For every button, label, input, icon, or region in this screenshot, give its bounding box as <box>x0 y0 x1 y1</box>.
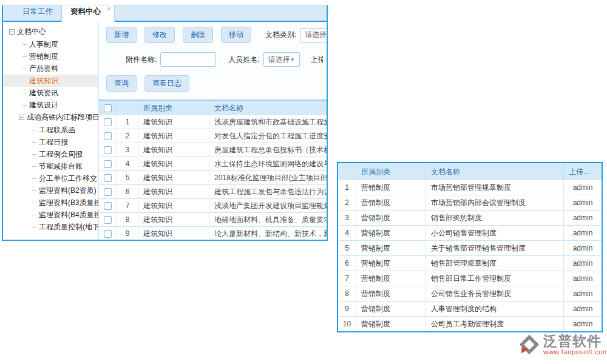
tree-item[interactable]: 分工单位工作移交 <box>3 172 98 184</box>
table-row[interactable]: 9 营销制度 人事管理制度的结构 admin <box>338 302 602 317</box>
tree-item[interactable]: 工程联系函 <box>3 124 98 136</box>
delete-button[interactable]: 删除 <box>183 27 213 43</box>
table-row[interactable]: 3 建筑知识 房屋建筑工程总承包投标书（技术标）... <box>99 143 327 157</box>
row-index: 4 <box>338 226 356 241</box>
category-column-header: 所属别类 <box>138 101 209 115</box>
tree-item-label: 分工单位工作移交 <box>39 174 97 183</box>
row-checkbox[interactable] <box>104 216 112 224</box>
table-row[interactable]: 3 营销制度 销售部奖惩制度 admin <box>338 211 602 226</box>
row-category: 营销制度 <box>356 226 426 241</box>
tree-item[interactable]: 节能减排台账 <box>3 160 98 172</box>
tree-root-document-center[interactable]: −文档中心 <box>3 25 98 38</box>
row-index: 2 <box>117 129 138 143</box>
row-doc-name: 地砖地面材料、机具准备、质量要求及... <box>209 213 327 227</box>
tree-item[interactable]: 工程例会周报 <box>3 148 98 160</box>
table-row[interactable]: 1 营销制度 市场营销部管理规章制度 admin <box>338 180 602 195</box>
row-category: 建筑知识 <box>138 143 209 157</box>
tree-group-project: 工程联系函 工程日报 工程例会周报 节能减排台账 <box>3 124 98 233</box>
row-index: 2 <box>338 195 356 211</box>
tree-item-label: 营销制度 <box>29 52 58 61</box>
edit-button[interactable]: 修改 <box>144 27 175 43</box>
select-all-checkbox[interactable] <box>104 104 112 112</box>
row-index: 6 <box>338 256 356 271</box>
doc-type-label: 文档类别: <box>265 30 296 40</box>
row-category: 营销制度 <box>356 271 426 286</box>
row-category: 建筑知识 <box>138 115 209 129</box>
table-row[interactable]: 1 建筑知识 浅谈房屋建筑和市政基础设施工程施工... <box>99 115 327 129</box>
row-uploader: admin <box>564 302 602 317</box>
table-row[interactable]: 4 建筑知识 水土保持生态环境监测网络的建设与资... <box>99 157 327 171</box>
add-button[interactable]: 新增 <box>106 27 137 43</box>
name-column-header: 文档名称 <box>209 101 327 115</box>
row-uploader: admin <box>564 271 602 286</box>
row-checkbox[interactable] <box>104 146 112 154</box>
tree-item[interactable]: 工程日报 <box>3 136 98 148</box>
table-row[interactable]: 6 建筑知识 建筑工程施工发包与承包违法行为认定... <box>99 185 327 199</box>
tree-connector <box>32 227 36 228</box>
tree-item[interactable]: 产品资料 <box>3 62 98 75</box>
tree-item[interactable]: 人事制度 <box>3 38 98 50</box>
row-checkbox[interactable] <box>104 230 112 238</box>
table-row[interactable]: 6 营销制度 销售部管理规章制度 admin <box>338 256 602 271</box>
row-checkbox[interactable] <box>104 188 112 196</box>
chevron-down-icon: ▼ <box>290 57 295 62</box>
row-category: 营销制度 <box>356 256 426 271</box>
tree-group-document-center: 人事制度 营销制度 产品资料 建筑知识 <box>3 38 98 111</box>
move-button[interactable]: 移动 <box>221 27 251 43</box>
row-category: 营销制度 <box>356 180 426 195</box>
table-row[interactable]: 5 建筑知识 2018标准化监理项目部(业主项目部)人员... <box>99 171 327 185</box>
tab-daily-work[interactable]: 日常工作 <box>14 5 61 21</box>
table-row[interactable]: 9 建筑知识 论大厦新材料、新结构、新技术，新工... <box>99 227 327 240</box>
table-row[interactable]: 2 建筑知识 对发包人指定分包的工程施工进度安排... <box>99 129 327 143</box>
tree-connector <box>22 44 27 45</box>
collapse-icon[interactable]: − <box>19 115 24 120</box>
row-index: 8 <box>338 286 356 302</box>
tree-item[interactable]: 建筑资讯 <box>3 87 98 99</box>
table-row[interactable]: 8 建筑知识 地砖地面材料、机具准备、质量要求及... <box>99 213 327 227</box>
row-category: 建筑知识 <box>138 213 209 227</box>
row-checkbox[interactable] <box>104 160 112 168</box>
row-category: 建筑知识 <box>138 157 209 171</box>
tree-item[interactable]: 监理资料(B2资质) <box>3 184 98 197</box>
close-tab-icon[interactable]: × <box>107 5 111 12</box>
person-name-select[interactable]: 请选择 ▼ <box>263 52 300 67</box>
view-log-button[interactable]: 查看日志 <box>144 75 189 92</box>
table-row[interactable]: 8 营销制度 公司销售业务员管理制度 admin <box>338 286 602 302</box>
row-doc-name: 关于销售部管理销售管理制度 <box>426 241 564 256</box>
collapse-icon[interactable]: − <box>9 29 15 35</box>
row-uploader: admin <box>564 180 602 195</box>
row-doc-name: 小公司销售管理制度 <box>426 226 564 241</box>
toolbar: 新增 修改 删除 移动 文档类别: 请选择 ▼ 文档 <box>106 27 327 43</box>
table-row[interactable]: 7 营销制度 销售部日常工作管理制度 admin <box>338 271 602 286</box>
table-row[interactable]: 4 营销制度 小公司销售管理制度 admin <box>338 226 602 241</box>
tree-item[interactable]: 工程质量控制(地下室) <box>3 221 98 233</box>
row-doc-name: 销售部奖惩制度 <box>426 211 564 226</box>
table-row[interactable]: 2 营销制度 市场营销部内部会议管理制度 admin <box>338 195 602 211</box>
row-category: 营销制度 <box>356 241 426 256</box>
tree-item[interactable]: 建筑设计 <box>3 99 98 111</box>
row-doc-name: 公司员工考勤管理制度 <box>426 317 564 332</box>
logo-brand-text: 泛普软件 <box>543 334 607 348</box>
tree-item[interactable]: 建筑知识 <box>3 75 98 87</box>
doc-type-select[interactable]: 请选择 ▼ <box>300 28 327 42</box>
category-column-header: 所属别类 <box>356 163 426 180</box>
table-row[interactable]: 7 建筑知识 浅谈地产集团开发建设项目监理规划编... <box>99 199 327 213</box>
tree-root-project[interactable]: −成渝高铁内江标段项目 <box>3 111 98 124</box>
tree-connector <box>32 130 36 130</box>
table-row[interactable]: 10 营销制度 公司员工考勤管理制度 admin <box>338 317 602 332</box>
row-checkbox[interactable] <box>104 132 112 140</box>
row-checkbox[interactable] <box>104 118 112 126</box>
tree-item[interactable]: 监理资料(B4质量控制) <box>3 209 98 221</box>
tree-item[interactable]: 营销制度 <box>3 50 98 62</box>
tree-item[interactable]: 监理资料(B3质量控制) <box>3 197 98 209</box>
tab-data-center[interactable]: 资料中心 × <box>61 5 115 22</box>
row-checkbox[interactable] <box>104 202 112 210</box>
row-checkbox[interactable] <box>104 174 112 182</box>
documents-table-header: 所属别类 文档名称 <box>99 101 327 115</box>
attachment-name-input[interactable] <box>160 52 216 67</box>
tree-connector <box>32 203 36 203</box>
query-button[interactable]: 查询 <box>106 75 137 92</box>
tree-item-label: 产品资料 <box>29 64 58 73</box>
table-row[interactable]: 5 营销制度 关于销售部管理销售管理制度 admin <box>338 241 602 256</box>
tree-item-label: 建筑知识 <box>29 76 58 85</box>
